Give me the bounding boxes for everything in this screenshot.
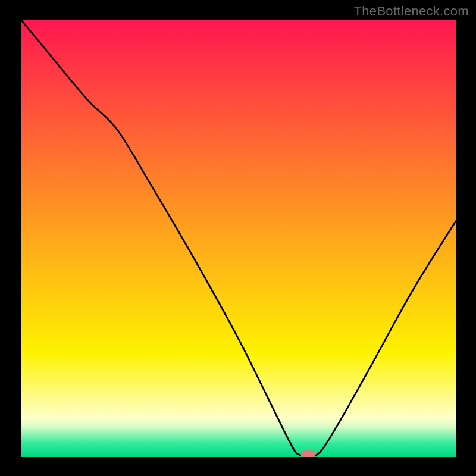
watermark-label: TheBottleneck.com <box>354 4 469 19</box>
optimal-marker <box>301 450 315 457</box>
bottleneck-curve <box>21 20 456 457</box>
curve-layer <box>21 20 456 457</box>
chart-frame: TheBottleneck.com <box>0 0 476 476</box>
